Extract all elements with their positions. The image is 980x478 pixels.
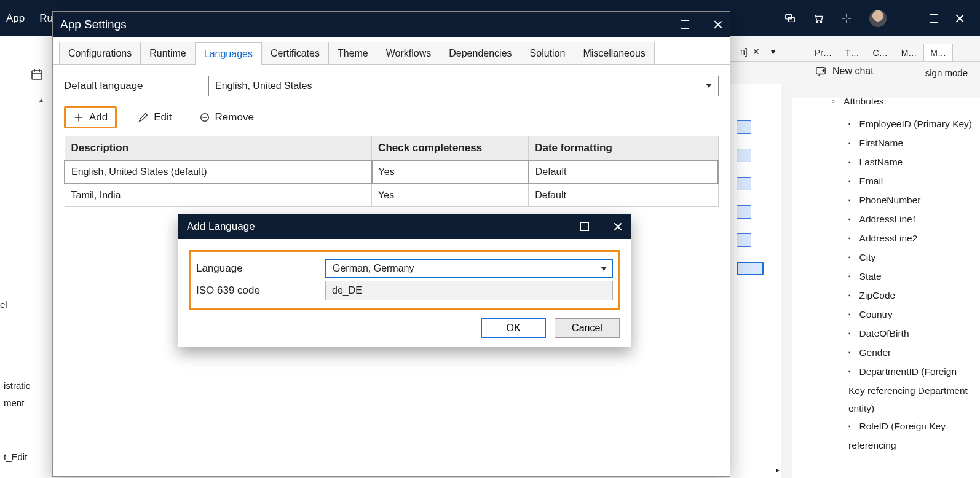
svg-point-2 xyxy=(816,21,818,23)
user-avatar[interactable] xyxy=(869,10,887,27)
list-item: RoleID (Foreign Key referencing xyxy=(848,417,975,454)
window-minimize-icon[interactable] xyxy=(904,14,912,23)
mode-label[interactable]: sign mode xyxy=(925,68,968,78)
tab-languages[interactable]: Languages xyxy=(195,42,262,65)
languages-table: Description Check completeness Date form… xyxy=(64,136,719,207)
right-tab[interactable]: T… xyxy=(839,44,866,61)
scroll-up-icon[interactable]: ▴ xyxy=(39,95,43,104)
tab-configurations[interactable]: Configurations xyxy=(59,42,141,64)
cell: Default xyxy=(529,160,718,184)
chat-plus-icon xyxy=(815,66,826,77)
dialog-close-icon[interactable] xyxy=(714,20,722,29)
tab-certificates[interactable]: Certificates xyxy=(261,42,329,64)
field-widget[interactable] xyxy=(737,233,751,247)
svg-point-3 xyxy=(820,21,822,23)
calendar-icon[interactable] xyxy=(31,68,43,80)
default-language-value: English, United States xyxy=(215,80,312,92)
language-select[interactable]: German, Germany xyxy=(325,259,613,278)
languages-toolbar: Add Edit Remove xyxy=(64,106,719,128)
table-row[interactable]: English, United States (default) Yes Def… xyxy=(65,160,718,184)
ok-button[interactable]: OK xyxy=(481,318,546,338)
highlighted-form-area: Language German, Germany ISO 639 code de… xyxy=(189,250,620,310)
tree-item[interactable]: el xyxy=(0,299,7,310)
field-widget[interactable] xyxy=(737,205,751,219)
right-tab[interactable]: C… xyxy=(866,44,895,61)
tab-runtime[interactable]: Runtime xyxy=(140,42,196,64)
vertical-scrollbar[interactable] xyxy=(781,84,792,478)
col-description[interactable]: Description xyxy=(65,136,372,161)
close-icon[interactable]: ✕ xyxy=(753,47,760,57)
list-item: Gender xyxy=(848,343,975,362)
tab-overflow-icon[interactable]: ▾ xyxy=(771,47,775,57)
list-item: PhoneNumber xyxy=(848,191,975,210)
add-button[interactable]: Add xyxy=(64,106,117,128)
window-maximize-icon[interactable] xyxy=(930,14,938,23)
attributes-header: Attributes: xyxy=(831,92,975,111)
right-tab[interactable]: M… xyxy=(895,44,924,61)
right-tab[interactable]: M… xyxy=(923,44,953,61)
attributes-list: EmployeeID (Primary Key) FirstName LastN… xyxy=(848,115,975,454)
field-widget[interactable] xyxy=(737,177,751,190)
attributes-panel: Attributes: EmployeeID (Primary Key) Fir… xyxy=(831,92,975,478)
remove-button[interactable]: Remove xyxy=(193,109,260,126)
field-widget[interactable] xyxy=(737,120,751,134)
new-chat-button[interactable]: New chat xyxy=(815,66,874,77)
tab-dependencies[interactable]: Dependencies xyxy=(440,42,521,64)
tree-item[interactable]: t_Edit xyxy=(4,449,30,466)
iso-code-field[interactable]: de_DE xyxy=(325,281,613,300)
dialog-maximize-icon[interactable] xyxy=(681,20,689,29)
chevron-down-icon xyxy=(601,267,607,271)
window-close-icon[interactable] xyxy=(955,14,964,23)
subdialog-close-icon[interactable] xyxy=(614,222,622,231)
pencil-icon xyxy=(138,112,149,123)
edit-button[interactable]: Edit xyxy=(132,109,178,126)
default-language-select[interactable]: English, United States xyxy=(208,76,719,96)
table-row[interactable]: Tamil, India Yes Default xyxy=(65,184,718,207)
iso-code-value: de_DE xyxy=(332,285,362,296)
cancel-button[interactable]: Cancel xyxy=(555,318,620,338)
cell: Yes xyxy=(372,184,529,207)
list-item: EmployeeID (Primary Key) xyxy=(848,115,975,134)
scroll-right-icon[interactable]: ▸ xyxy=(776,466,780,474)
tab-miscellaneous[interactable]: Miscellaneous xyxy=(574,42,654,64)
field-widget[interactable] xyxy=(737,149,751,162)
cell: English, United States (default) xyxy=(65,160,372,184)
list-item: AddressLine2 xyxy=(848,229,975,248)
cart-icon[interactable] xyxy=(813,13,824,24)
dialog-titlebar: App Settings xyxy=(53,12,730,37)
svg-rect-4 xyxy=(32,71,42,79)
settings-tabs: Configurations Runtime Languages Certifi… xyxy=(53,37,730,65)
subdialog-maximize-icon[interactable] xyxy=(580,222,589,231)
list-item: City xyxy=(848,248,975,267)
list-item: Country xyxy=(848,305,975,324)
remove-label: Remove xyxy=(215,111,254,123)
add-language-dialog: Add Language Language German, Germany IS… xyxy=(178,214,631,347)
cell: Tamil, India xyxy=(65,184,372,207)
col-check[interactable]: Check completeness xyxy=(372,136,529,161)
edit-label: Edit xyxy=(154,111,172,123)
list-item: LastName xyxy=(848,153,975,172)
field-widget-selected[interactable] xyxy=(737,262,764,275)
subdialog-title: Add Language xyxy=(187,221,255,233)
tab-solution[interactable]: Solution xyxy=(521,42,575,64)
list-item: State xyxy=(848,267,975,286)
remove-icon xyxy=(199,112,210,123)
tree-item[interactable]: ment xyxy=(4,394,30,412)
right-tab[interactable]: Pr… xyxy=(808,44,839,61)
editor-tab[interactable]: n] ✕ xyxy=(737,47,764,57)
list-item: FirstName xyxy=(848,134,975,153)
left-panel-sliver: ▴ el istratic ment t_Edit xyxy=(0,36,52,478)
default-language-label: Default language xyxy=(64,80,196,92)
menu-run[interactable]: Ru xyxy=(39,12,53,25)
add-label: Add xyxy=(89,111,108,123)
tab-theme[interactable]: Theme xyxy=(328,42,377,64)
tree-item[interactable]: istratic xyxy=(4,377,30,394)
menu-app[interactable]: App xyxy=(6,12,25,25)
sparkle-icon[interactable] xyxy=(841,13,852,24)
chat-bubbles-icon[interactable] xyxy=(784,13,796,24)
tab-label: n] xyxy=(740,47,748,57)
dialog-title: App Settings xyxy=(60,18,127,31)
tab-workflows[interactable]: Workflows xyxy=(377,42,441,64)
col-dateformat[interactable]: Date formatting xyxy=(529,136,718,161)
list-item: DateOfBirth xyxy=(848,324,975,343)
